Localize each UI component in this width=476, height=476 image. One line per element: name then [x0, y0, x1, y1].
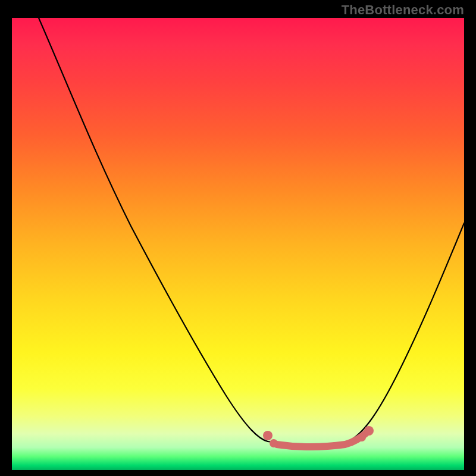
chart-area: [12, 18, 464, 470]
highlight-segment: [277, 431, 369, 447]
highlight-dot-right: [364, 426, 374, 436]
highlight-dot-right2: [358, 433, 366, 441]
watermark-text: TheBottleneck.com: [342, 2, 464, 18]
curve-left: [39, 18, 268, 441]
curve-right: [348, 223, 464, 441]
chart-svg: [12, 18, 464, 470]
highlight-dot-left: [263, 431, 273, 440]
highlight-dot-left2: [270, 439, 278, 447]
